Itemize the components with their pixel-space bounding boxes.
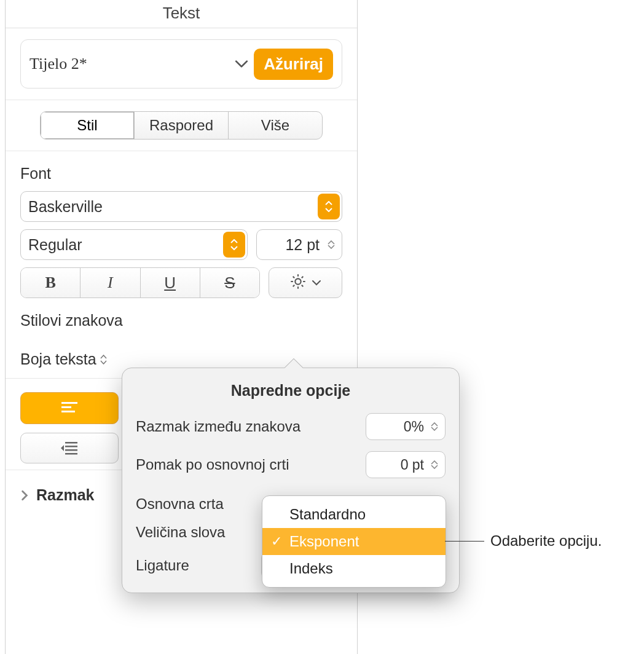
select-stepper-icon [318,194,340,219]
spacing-label: Razmak [36,486,95,504]
character-spacing-row: Razmak između znakova 0% [136,413,446,440]
callout-text: Odaberite opciju. [490,532,602,550]
text-color-stepper-icon[interactable] [100,355,107,364]
baseline-shift-value: 0 pt [401,457,424,473]
text-color-label: Boja teksta [20,350,96,368]
format-row: B I U S [20,267,342,298]
baseline-option-exponent[interactable]: ✓ Eksponent [262,528,446,555]
baseline-shift-field[interactable]: 0 pt [366,451,446,478]
baseline-option-exponent-label: Eksponent [289,533,359,550]
panel-title: Tekst [6,0,357,28]
text-tabs-section: Stil Raspored Više [6,100,357,151]
select-stepper-icon [223,232,245,258]
svg-rect-4 [65,442,77,444]
baseline-shift-stepper[interactable] [426,454,442,475]
font-size-value: 12 pt [285,236,320,254]
character-spacing-stepper[interactable] [426,416,442,437]
strikethrough-button[interactable]: S [200,268,259,297]
font-family-value: Baskerville [28,198,103,216]
tab-layout[interactable]: Raspored [135,112,229,139]
text-tabs: Stil Raspored Više [40,111,323,140]
paragraph-style-dropdown[interactable] [229,57,254,71]
ligatures-label: Ligature [136,557,189,574]
update-style-button[interactable]: Ažuriraj [254,49,333,80]
text-style-group: B I U S [20,267,260,298]
baseline-shift-label: Pomak po osnovnoj crti [136,456,289,473]
font-heading: Font [20,165,342,183]
capitalization-label: Veličina slova [136,524,225,541]
outdent-button[interactable] [20,433,119,463]
font-family-select[interactable]: Baskerville [20,191,342,222]
outdent-icon [60,441,79,455]
paragraph-style-name: Tijelo 2* [29,55,229,73]
character-spacing-field[interactable]: 0% [366,413,446,440]
callout-line [445,541,484,542]
svg-point-0 [295,278,300,284]
svg-rect-1 [61,402,77,404]
character-styles-label: Stilovi znakova [20,312,123,329]
checkmark-icon: ✓ [271,534,282,550]
italic-button[interactable]: I [80,268,140,297]
svg-rect-7 [65,453,77,455]
chevron-right-icon [20,490,29,501]
font-size-field[interactable]: 12 pt [256,229,342,260]
baseline-menu: Standardno ✓ Eksponent Indeks [262,495,446,588]
gear-icon [289,273,307,293]
tab-style[interactable]: Stil [41,112,135,139]
font-section: Font Baskerville Regular 12 pt [6,151,357,341]
baseline-option-index[interactable]: Indeks [262,555,446,582]
popover-notch [283,358,303,368]
chevron-down-icon [312,277,321,288]
character-spacing-label: Razmak između znakova [136,418,300,435]
svg-rect-6 [65,449,77,451]
align-left-icon [61,401,77,415]
advanced-options-button[interactable] [269,267,342,298]
align-left-button[interactable] [20,392,119,424]
tab-more[interactable]: Više [229,112,322,139]
bold-button[interactable]: B [21,268,80,297]
font-weight-select[interactable]: Regular [20,229,248,260]
svg-rect-5 [65,446,77,447]
baseline-label: Osnovna crta [136,495,224,513]
font-weight-size-row: Regular 12 pt [20,229,342,260]
svg-rect-2 [61,406,71,408]
svg-rect-3 [61,411,75,412]
baseline-option-standard[interactable]: Standardno [262,501,446,528]
paragraph-style-row: Tijelo 2* Ažuriraj [20,39,342,89]
character-styles-row: Stilovi znakova [20,312,342,329]
underline-button[interactable]: U [141,268,200,297]
popover-title: Napredne opcije [136,382,446,400]
paragraph-style-section: Tijelo 2* Ažuriraj [6,28,357,100]
baseline-shift-row: Pomak po osnovnoj crti 0 pt [136,451,446,478]
character-spacing-value: 0% [404,419,424,435]
font-weight-value: Regular [28,236,82,254]
font-size-stepper[interactable] [323,232,339,257]
